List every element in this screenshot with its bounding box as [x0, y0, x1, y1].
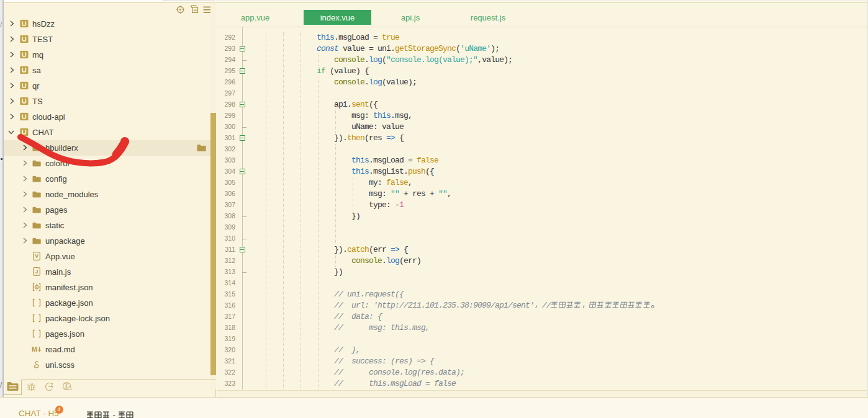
svg-text:J: J — [35, 269, 38, 275]
svg-text:V: V — [35, 253, 38, 259]
svg-text:M: M — [32, 345, 37, 353]
